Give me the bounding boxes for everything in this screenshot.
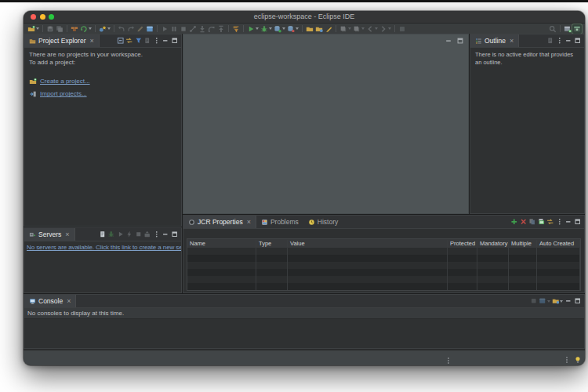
view-menu-button[interactable] <box>152 230 162 240</box>
forward-button[interactable] <box>379 24 392 34</box>
view-menu-button[interactable] <box>152 36 162 46</box>
stop-server-button[interactable] <box>134 230 143 240</box>
create-project-link[interactable]: Create a project... <box>40 78 90 85</box>
new-java-element-button[interactable] <box>98 24 111 34</box>
step-return-button[interactable] <box>216 24 226 34</box>
step-over-button[interactable] <box>207 24 216 34</box>
minimize-button[interactable] <box>40 14 45 20</box>
tab-close-icon[interactable]: × <box>65 231 69 238</box>
publish-to-server-button[interactable] <box>143 230 152 240</box>
copy-property-button[interactable] <box>528 217 537 227</box>
maximize-button[interactable] <box>170 230 180 240</box>
column-header-mandatory[interactable]: Mandatory <box>477 240 509 247</box>
profile-server-button[interactable] <box>125 230 134 240</box>
redo-button[interactable] <box>126 24 136 34</box>
notifications-icon[interactable] <box>574 353 582 365</box>
tab-console[interactable]: Console× <box>24 295 76 307</box>
column-header-type[interactable]: Type <box>256 240 288 247</box>
display-selected-console-button[interactable] <box>538 296 551 307</box>
column-header-value[interactable]: Value <box>288 240 448 247</box>
pin-editor-button[interactable] <box>397 24 407 34</box>
pin-console-button[interactable] <box>529 296 539 307</box>
current-perspective-button[interactable] <box>572 24 582 34</box>
create-server-link[interactable]: No servers are available. Click this lin… <box>24 241 181 253</box>
import-projects-link[interactable]: Import projects... <box>40 90 87 97</box>
previous-annotation-button[interactable] <box>352 24 365 34</box>
new-content-package-button[interactable] <box>314 24 324 34</box>
zoom-button[interactable] <box>49 14 54 20</box>
close-button[interactable] <box>31 14 36 20</box>
tab-close-icon[interactable]: × <box>510 38 514 45</box>
new-wizard-button[interactable] <box>27 24 40 34</box>
new-server-button[interactable] <box>98 230 107 240</box>
column-header-name[interactable]: Name <box>187 240 256 247</box>
tab-history[interactable]: History <box>303 216 343 228</box>
column-header-auto-created[interactable]: Auto Created <box>537 240 580 247</box>
stop-server-button[interactable] <box>286 24 299 34</box>
back-button[interactable] <box>365 24 379 34</box>
tab-outline[interactable]: Outline× <box>470 34 519 47</box>
view-menu-button[interactable] <box>555 217 564 227</box>
maximize-button[interactable] <box>573 36 583 46</box>
resume-button[interactable] <box>160 24 169 34</box>
focus-on-active-task-button[interactable] <box>143 36 152 46</box>
focus-on-active-task-button[interactable] <box>546 36 555 46</box>
start-server-button[interactable] <box>116 230 125 240</box>
filters-and-customization-button[interactable] <box>134 36 143 46</box>
open-console-button[interactable] <box>551 296 564 307</box>
build-all-button[interactable] <box>70 24 79 34</box>
view-menu-button[interactable] <box>555 36 564 46</box>
add-property-button[interactable] <box>510 217 519 227</box>
minimize-button[interactable] <box>564 36 573 46</box>
minimize-button[interactable] <box>444 36 453 45</box>
minimize-button[interactable] <box>564 217 573 227</box>
maximize-button[interactable] <box>456 36 465 45</box>
minus-icon <box>564 37 572 45</box>
delete-property-button[interactable] <box>519 217 528 227</box>
table-cell <box>187 248 256 255</box>
terminate-button[interactable] <box>179 24 188 34</box>
tab-close-icon[interactable]: × <box>89 38 93 45</box>
tab-problems[interactable]: Problems <box>256 216 303 228</box>
suspend-button[interactable] <box>169 24 179 34</box>
link-with-editor-button[interactable] <box>125 36 134 46</box>
column-header-protected[interactable]: Protected <box>448 240 477 247</box>
start-server-button[interactable] <box>273 24 286 34</box>
maximize-button[interactable] <box>573 296 583 307</box>
tab-close-icon[interactable]: × <box>247 219 251 226</box>
console-panel: Console× No consoles to display at this … <box>24 294 585 349</box>
tab-project-explorer[interactable]: Project Explorer× <box>24 34 100 47</box>
undo-button[interactable] <box>117 24 126 34</box>
editor-area[interactable] <box>183 34 469 214</box>
minimize-button[interactable] <box>161 36 170 46</box>
use-step-filters-button[interactable] <box>231 24 241 34</box>
minimize-button[interactable] <box>161 230 170 240</box>
open-resource-button[interactable] <box>305 24 314 34</box>
maximize-button[interactable] <box>573 217 583 227</box>
toggle-mark-occurrences-button[interactable] <box>136 24 145 34</box>
next-annotation-button[interactable] <box>339 24 352 34</box>
link-with-editor-button[interactable] <box>546 217 555 227</box>
disconnect-button[interactable] <box>188 24 198 34</box>
debug-button[interactable] <box>260 24 273 34</box>
run-button[interactable] <box>246 24 260 34</box>
minimize-button[interactable] <box>564 296 573 307</box>
open-type-button[interactable] <box>145 24 154 34</box>
tab-close-icon[interactable]: × <box>67 298 71 305</box>
tab-jcr-properties[interactable]: JCR Properties× <box>183 216 256 228</box>
save-all-button[interactable] <box>55 24 64 34</box>
open-perspective-button[interactable] <box>563 24 572 34</box>
debug-server-button[interactable] <box>107 230 116 240</box>
search-button[interactable] <box>548 24 557 34</box>
annotate-button[interactable] <box>324 24 333 34</box>
save-button[interactable] <box>45 24 55 34</box>
maximize-button[interactable] <box>170 36 180 46</box>
titlebar[interactable]: eclipse-workspace - Eclipse IDE <box>24 11 585 24</box>
collapse-all-button[interactable] <box>116 36 125 46</box>
column-header-multiple[interactable]: Multiple <box>509 240 537 247</box>
run-external-tools-button[interactable] <box>79 24 93 34</box>
edit-property-button[interactable] <box>537 217 546 227</box>
step-into-button[interactable] <box>198 24 207 34</box>
tab-servers[interactable]: Servers× <box>24 228 75 241</box>
table-cell <box>509 248 537 255</box>
